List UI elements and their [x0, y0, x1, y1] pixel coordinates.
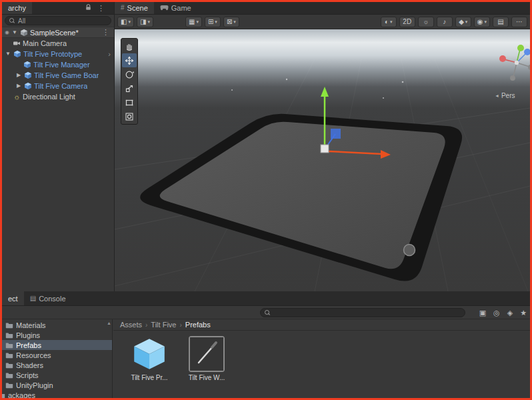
- folder-shaders[interactable]: Shaders: [2, 360, 112, 370]
- foldout-triangle[interactable]: ▶: [15, 73, 22, 78]
- hierarchy-search-input[interactable]: All: [5, 16, 111, 25]
- breadcrumb-tilt-five[interactable]: Tilt Five: [151, 321, 176, 329]
- tab-game[interactable]: Game: [154, 2, 197, 14]
- move-snap-dropdown[interactable]: ⊠ ▾: [223, 17, 239, 27]
- scene-tab-icon: #: [121, 5, 125, 11]
- asset-label: Tilt Five W...: [189, 374, 225, 381]
- tab-scene[interactable]: # Scene: [115, 2, 154, 14]
- hierarchy-item-label: Tilt Five Game Boar: [34, 71, 99, 79]
- gizmo-center-handle: [321, 145, 329, 153]
- scene-view-toolbar: ◧ ▾ ◨ ▾ ▦ ▾ ⊞ ▾ ⊠ ▾ ◐: [115, 15, 530, 29]
- asset-tilt-five-wand[interactable]: Tilt Five W...: [185, 336, 228, 381]
- tab-hierarchy[interactable]: archy: [2, 2, 32, 14]
- hierarchy-item-tilt-five-game-board[interactable]: ▶ Tilt Five Game Boar: [2, 70, 114, 81]
- transform-tool-button[interactable]: [122, 109, 137, 123]
- folder-resources[interactable]: Resources: [2, 350, 112, 360]
- gamepad-icon: [160, 4, 169, 12]
- folder-label: Prefabs: [16, 341, 41, 349]
- breadcrumb-prefabs[interactable]: Prefabs: [185, 321, 211, 329]
- draw-mode-dropdown[interactable]: ◧ ▾: [117, 17, 134, 27]
- hierarchy-item-tilt-five-camera[interactable]: ▶ Tilt Five Camera: [2, 81, 114, 91]
- tab-console[interactable]: ▤ Console: [24, 291, 72, 305]
- tab-project[interactable]: ect: [2, 291, 24, 305]
- rotate-tool-button[interactable]: [122, 67, 137, 81]
- draw-mode-icon: ◧: [121, 19, 127, 25]
- toolbar-overflow-menu[interactable]: ⋯: [511, 17, 527, 27]
- lock-icon[interactable]: [85, 4, 91, 12]
- scene-viewport-canvas[interactable]: [115, 29, 530, 291]
- hierarchy-item-label: Main Camera: [23, 39, 67, 47]
- folder-icon: [5, 361, 13, 369]
- snap-settings-dropdown[interactable]: ⊞ ▾: [205, 17, 221, 27]
- breadcrumb-separator-icon: ›: [145, 321, 147, 329]
- project-panel: ect ▤ Console ▣ ◎ ◈ ★ Mate: [2, 291, 530, 398]
- scene-name: SampleScene*: [30, 29, 79, 37]
- project-search-input[interactable]: [260, 308, 465, 317]
- scene-visibility-eye-icon[interactable]: ◉: [5, 30, 9, 35]
- hierarchy-item-tilt-five-prototype[interactable]: ▼ Tilt Five Prototype ›: [2, 49, 114, 59]
- filter-by-label-icon[interactable]: ◈: [507, 309, 513, 317]
- hand-tool-button[interactable]: [122, 39, 137, 53]
- view-options-dropdown[interactable]: ◨ ▾: [137, 17, 153, 27]
- foldout-triangle[interactable]: ▶: [15, 83, 22, 89]
- dropdown-arrow-icon: ▾: [196, 19, 199, 24]
- scene-viewport[interactable]: ◄ Pers: [115, 29, 530, 291]
- folder-unityplugin[interactable]: UnityPlugin: [2, 380, 112, 390]
- prefab-open-chevron-icon[interactable]: ›: [108, 50, 114, 58]
- console-tab-label: Console: [39, 295, 65, 303]
- asset-tilt-five-prototype[interactable]: Tilt Five Pr...: [128, 336, 171, 381]
- audio-toggle[interactable]: ♪: [437, 17, 453, 27]
- camera-preview-button[interactable]: ▤: [493, 17, 509, 27]
- effects-dropdown[interactable]: ◆ ▾: [455, 17, 471, 27]
- perspective-mode-label[interactable]: ◄ Pers: [495, 92, 515, 99]
- favorites-star-icon[interactable]: ★: [520, 309, 527, 317]
- prefab-cube-icon: [24, 82, 32, 90]
- camera-settings-dropdown[interactable]: ◐ ▾: [381, 17, 397, 27]
- scrollbar-up-arrow[interactable]: ▲: [107, 321, 111, 325]
- foldout-triangle[interactable]: ▼: [5, 51, 11, 57]
- camera-preview-icon: ▤: [497, 19, 503, 25]
- dropdown-arrow-icon: ▾: [465, 19, 468, 24]
- hierarchy-scene-row[interactable]: ◉ ▼ SampleScene* ⋮: [2, 27, 114, 38]
- asset-thumbnail[interactable]: [131, 336, 167, 372]
- perspective-pointer-icon: ◄: [495, 93, 499, 98]
- filter-by-type-icon[interactable]: ◎: [493, 309, 500, 317]
- scale-tool-button[interactable]: [122, 81, 137, 95]
- project-folder-tree: Materials Plugins Prefabs Resources Shad…: [2, 319, 113, 398]
- project-content: Materials Plugins Prefabs Resources Shad…: [2, 319, 530, 398]
- scene-toolbar-right-group: ◐ ▾ 2D ☼ ♪ ◆ ▾ ◉ ▾: [381, 17, 527, 27]
- panel-menu-icon[interactable]: ⋮: [97, 5, 105, 12]
- unity-editor-window: archy ⋮ All ◉ ▼ SampleScene* ⋮ Mai: [0, 0, 532, 400]
- foldout-triangle[interactable]: ▼: [11, 30, 18, 35]
- hierarchy-search-row: All: [2, 15, 114, 27]
- hierarchy-item-main-camera[interactable]: Main Camera: [2, 38, 114, 49]
- orientation-gizmo[interactable]: [498, 44, 530, 81]
- snap-icon: ⊞: [208, 19, 213, 25]
- project-tab-bar: ect ▤ Console: [2, 291, 530, 306]
- hierarchy-panel-controls: ⋮: [85, 2, 114, 14]
- layout-icon[interactable]: ▣: [479, 309, 486, 317]
- folder-plugins[interactable]: Plugins: [2, 330, 112, 340]
- folder-prefabs[interactable]: Prefabs: [2, 340, 112, 350]
- rect-tool-button[interactable]: [122, 95, 137, 109]
- asset-thumbnail[interactable]: [189, 336, 225, 372]
- hierarchy-item-directional-light[interactable]: ☼ Directional Light: [2, 91, 114, 102]
- 2d-toggle-button[interactable]: 2D: [399, 17, 415, 27]
- scene-tab-label: Scene: [127, 4, 148, 12]
- folder-materials[interactable]: Materials: [2, 320, 112, 330]
- scene-menu-icon[interactable]: ⋮: [102, 29, 111, 36]
- visibility-dropdown[interactable]: ◉ ▾: [474, 17, 490, 27]
- axis-center: [515, 61, 519, 65]
- hierarchy-item-label: Tilt Five Camera: [34, 82, 87, 90]
- visibility-icon: ◉: [477, 19, 483, 25]
- breadcrumb-assets[interactable]: Assets: [120, 321, 142, 329]
- folder-packages[interactable]: ackages: [2, 390, 112, 398]
- dropdown-arrow-icon: ▾: [484, 19, 487, 24]
- folder-icon: [5, 341, 13, 349]
- shading-sphere-icon: ◐: [385, 19, 389, 25]
- grid-visibility-dropdown[interactable]: ▦ ▾: [185, 17, 202, 27]
- scene-lighting-toggle[interactable]: ☼: [418, 17, 434, 27]
- hierarchy-item-tilt-five-manager[interactable]: Tilt Five Manager: [2, 59, 114, 70]
- move-tool-button[interactable]: [122, 53, 137, 67]
- folder-scripts[interactable]: Scripts: [2, 370, 112, 380]
